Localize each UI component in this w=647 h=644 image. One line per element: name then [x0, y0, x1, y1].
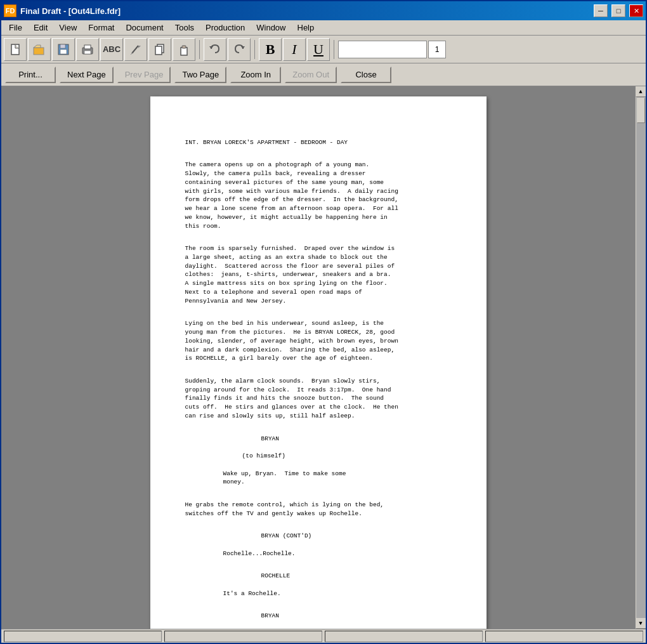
action-para-3: Lying on the bed in his underwear, sound…	[185, 319, 452, 363]
document-page: INT. BRYAN LORECK'S APARTMENT - BEDROOM …	[150, 96, 487, 629]
script-content: INT. BRYAN LORECK'S APARTMENT - BEDROOM …	[185, 122, 452, 629]
underline-button[interactable]: U	[307, 38, 330, 61]
svg-marker-17	[241, 46, 245, 49]
dialogue-3: It's a Rochelle.	[223, 589, 414, 598]
svg-rect-13	[155, 46, 162, 55]
action-para-2: The room is sparsely furnished. Draped o…	[185, 244, 452, 305]
menu-edit[interactable]: Edit	[29, 22, 53, 34]
toolbar-separator-2	[254, 40, 255, 59]
menu-file[interactable]: File	[4, 22, 27, 34]
svg-line-9	[132, 46, 138, 53]
svg-rect-14	[181, 48, 187, 55]
svg-rect-1	[34, 48, 44, 55]
scroll-thumb[interactable]	[637, 98, 645, 123]
svg-marker-10	[138, 46, 141, 48]
window-title: Final Draft - [Out4Life.fdr]	[20, 6, 590, 16]
svg-rect-5	[60, 49, 67, 54]
underline-label: U	[313, 41, 324, 58]
toolbar-separator-3	[334, 40, 334, 59]
scroll-track	[636, 97, 646, 618]
menu-production[interactable]: Production	[200, 22, 250, 34]
status-seg-2	[164, 631, 322, 642]
application-window: FD Final Draft - [Out4Life.fdr] ─ □ ✕ Fi…	[0, 0, 647, 644]
menu-tools[interactable]: Tools	[170, 22, 199, 34]
action-para-1: The camera opens up on a photograph of a…	[185, 161, 452, 230]
app-icon-label: FD	[6, 7, 15, 15]
main-content-area: INT. BRYAN LORECK'S APARTMENT - BEDROOM …	[1, 86, 646, 629]
app-icon: FD	[4, 4, 16, 17]
character-name-2: BRYAN (CONT'D)	[261, 532, 452, 541]
svg-marker-2	[34, 45, 41, 48]
redo-button[interactable]	[228, 38, 251, 61]
spellcheck-button[interactable]: ABC	[100, 38, 123, 61]
close-button[interactable]: ✕	[629, 4, 643, 17]
character-name-3: ROCHELLE	[261, 572, 452, 581]
menu-bar: File Edit View Format Document Tools Pro…	[1, 20, 646, 36]
italic-button[interactable]: I	[283, 38, 306, 61]
character-name-1: BRYAN	[261, 435, 452, 444]
print-button[interactable]	[76, 38, 99, 61]
scroll-up-arrow[interactable]: ▲	[636, 86, 646, 97]
menu-help[interactable]: Help	[292, 22, 320, 34]
open-button[interactable]	[28, 38, 51, 61]
copy-button[interactable]	[148, 38, 171, 61]
scroll-down-arrow[interactable]: ▼	[636, 618, 646, 629]
zoom-out-button[interactable]: Zoom Out	[285, 67, 337, 83]
italic-label: I	[292, 41, 296, 58]
action-para-5: He grabs the remote control, which is ly…	[185, 501, 452, 518]
svg-rect-8	[84, 51, 91, 54]
pen-button[interactable]	[124, 38, 147, 61]
font-name-input[interactable]	[338, 41, 427, 58]
document-scroll-area[interactable]: INT. BRYAN LORECK'S APARTMENT - BEDROOM …	[1, 86, 635, 629]
save-button[interactable]	[52, 38, 75, 61]
bold-label: B	[266, 41, 275, 58]
svg-rect-4	[60, 44, 65, 48]
toolbar-separator-1	[199, 40, 200, 59]
page-number-input[interactable]	[428, 41, 446, 58]
dialogue-1: Wake up, Bryan. Time to make some money.	[223, 470, 414, 487]
main-toolbar: ABC B I U	[1, 36, 646, 63]
zoom-in-button[interactable]: Zoom In	[230, 67, 281, 83]
title-bar: FD Final Draft - [Out4Life.fdr] ─ □ ✕	[1, 1, 646, 20]
undo-button[interactable]	[204, 38, 226, 61]
parenthetical-1: (to himself)	[242, 452, 452, 461]
svg-rect-7	[84, 45, 91, 49]
print-preview-toolbar: Print... Next Page Prev Page Two Page Zo…	[1, 63, 646, 86]
status-bar	[1, 629, 646, 643]
svg-rect-15	[182, 46, 186, 48]
print-button-preview[interactable]: Print...	[5, 67, 56, 83]
menu-view[interactable]: View	[54, 22, 82, 34]
status-seg-3	[325, 631, 483, 642]
maximize-button[interactable]: □	[611, 4, 625, 17]
bold-button[interactable]: B	[259, 38, 282, 61]
minimize-button[interactable]: ─	[594, 4, 608, 17]
vertical-scrollbar[interactable]: ▲ ▼	[635, 86, 646, 629]
action-para-4: Suddenly, the alarm clock sounds. Bryan …	[185, 377, 452, 421]
status-seg-1	[4, 631, 162, 642]
new-button[interactable]	[4, 38, 27, 61]
status-seg-4	[485, 631, 643, 642]
next-page-button[interactable]: Next Page	[60, 67, 114, 83]
svg-marker-16	[209, 46, 213, 49]
menu-window[interactable]: Window	[251, 22, 291, 34]
character-name-4: BRYAN	[261, 612, 452, 621]
close-preview-button[interactable]: Close	[341, 67, 391, 83]
paste-button[interactable]	[173, 38, 195, 61]
scene-heading-1: INT. BRYAN LORECK'S APARTMENT - BEDROOM …	[185, 138, 452, 147]
menu-document[interactable]: Document	[121, 22, 168, 34]
prev-page-button[interactable]: Prev Page	[117, 67, 171, 83]
two-page-button[interactable]: Two Page	[174, 67, 226, 83]
dialogue-2: Rochelle...Rochelle.	[223, 549, 414, 558]
menu-format[interactable]: Format	[83, 22, 119, 34]
